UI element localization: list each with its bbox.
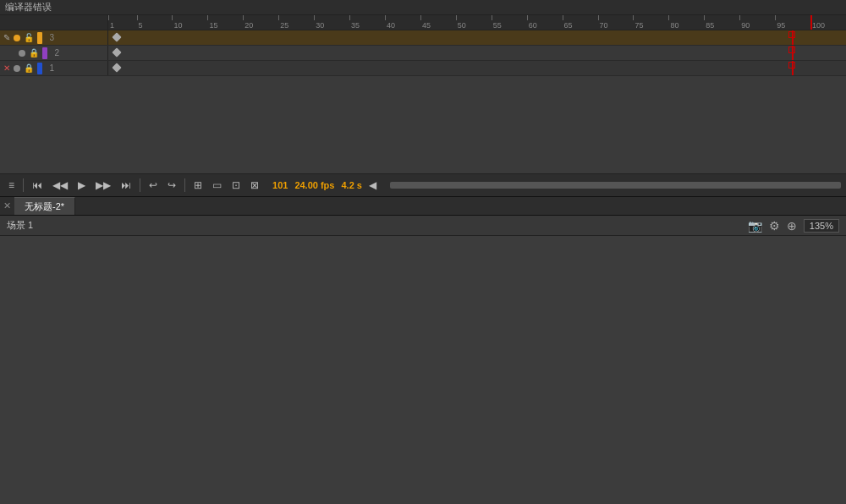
track-content-2[interactable]	[108, 46, 846, 60]
loop-btn[interactable]: ↩	[146, 178, 161, 192]
track-row-3: ✎ 🔓 3	[0, 30, 846, 46]
ruler-spacer	[0, 15, 108, 30]
track-controls-3: ✎ 🔓 3	[0, 30, 108, 45]
last-frame-btn[interactable]: ⏭	[118, 178, 135, 192]
clip-btn[interactable]: ▭	[209, 178, 225, 192]
track-content-3[interactable]	[108, 30, 846, 45]
track-dot-1[interactable]	[14, 65, 20, 72]
prev-frame-btn[interactable]: ◀◀	[49, 178, 71, 192]
app-title: 编译器错误	[5, 1, 52, 14]
end-marker-2	[788, 47, 795, 53]
transport-divider-2	[140, 178, 140, 192]
keyframe-1	[112, 63, 121, 72]
track-controls-1: ✕ 🔒 1	[0, 61, 108, 75]
track-row-1: ✕ 🔒 1	[0, 61, 846, 76]
track-num-3: 3	[46, 33, 54, 42]
tab-untitled[interactable]: 无标题-2*	[14, 197, 75, 215]
track-lock-1[interactable]: 🔒	[24, 63, 34, 73]
track-color-bar-1	[37, 63, 42, 74]
transport-divider-3	[184, 178, 185, 192]
keyframe-3	[112, 32, 121, 41]
transport-bar: ≡ ⏮ ◀◀ ▶ ▶▶ ⏭ ↩ ↪ ⊞ ▭ ⊡ ⊠ 101 24.00 fps …	[0, 173, 846, 197]
settings-icon[interactable]: ⚙	[769, 219, 780, 233]
end-marker-3	[788, 31, 795, 38]
next-frame-btn[interactable]: ▶▶	[92, 178, 114, 192]
timeline-menu-btn[interactable]: ≡	[5, 178, 18, 192]
keyframe-2	[112, 47, 121, 57]
loop2-btn[interactable]: ↪	[164, 178, 179, 192]
viewer-section: 场景 1 📷 ⚙ ⊕ 135%	[0, 216, 846, 236]
transform-icon[interactable]: ⊕	[787, 219, 797, 233]
track-dot-2[interactable]	[19, 50, 25, 57]
zoom-level[interactable]: 135%	[804, 219, 839, 233]
track-dot-3[interactable]	[14, 35, 20, 41]
tabs-bar: ✕ 无标题-2*	[0, 197, 846, 216]
timeline-tracks: ✎ 🔓 3 🔒 2	[0, 30, 846, 102]
track-num-1: 1	[46, 63, 54, 73]
scroll-left-btn[interactable]: ◀	[365, 178, 380, 192]
first-frame-btn[interactable]: ⏮	[29, 178, 46, 192]
track-lock-3[interactable]: 🔓	[24, 33, 34, 42]
track-row-2: 🔒 2	[0, 46, 846, 61]
track-cross-icon[interactable]: ✕	[3, 63, 10, 73]
track-num-2: 2	[51, 48, 59, 58]
fps-display: 24.00 fps	[294, 180, 334, 190]
track-controls-2: 🔒 2	[0, 46, 108, 60]
play-btn[interactable]: ▶	[74, 178, 89, 192]
timeline-section: 1510152025303540455055606570758085909510…	[0, 15, 846, 197]
viewer-header: 场景 1 📷 ⚙ ⊕ 135%	[0, 216, 846, 236]
frame-display: 101	[272, 180, 288, 190]
track-color-bar-2	[42, 47, 47, 59]
close-icon[interactable]: ✕	[0, 200, 14, 211]
timeline-empty-area	[0, 102, 846, 174]
end-marker-1	[788, 62, 795, 68]
add-keyframe-btn[interactable]: ⊞	[190, 178, 206, 192]
time-display: 4.2 s	[341, 180, 361, 190]
viewer-controls: 📷 ⚙ ⊕ 135%	[748, 219, 839, 233]
track-color-bar-3	[37, 32, 42, 44]
ruler-ticks[interactable]: 1510152025303540455055606570758085909510…	[108, 15, 846, 30]
transport-divider-1	[23, 178, 24, 192]
timeline-ruler: 1510152025303540455055606570758085909510…	[0, 15, 846, 30]
track-lock-2[interactable]: 🔒	[29, 48, 39, 58]
top-bar: 编译器错误	[0, 0, 846, 15]
time-btn[interactable]: ⊠	[247, 178, 262, 192]
playhead-ruler[interactable]	[810, 15, 812, 30]
track-pencil-icon[interactable]: ✎	[3, 33, 10, 42]
scene-label: 场景 1	[7, 219, 33, 232]
track-content-1[interactable]	[108, 61, 846, 75]
motion-btn[interactable]: ⊡	[228, 178, 244, 192]
camera-icon[interactable]: 📷	[748, 219, 762, 233]
tab-label: 无标题-2*	[25, 200, 64, 213]
timeline-scrollbar[interactable]	[390, 182, 841, 189]
